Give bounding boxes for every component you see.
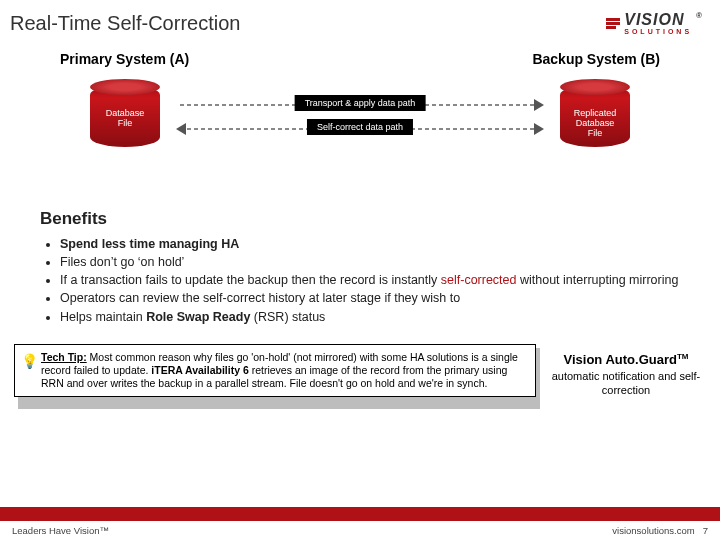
list-item: Spend less time managing HA bbox=[60, 235, 680, 253]
footer-redbar bbox=[0, 507, 720, 521]
primary-system-label: Primary System (A) bbox=[60, 51, 189, 67]
arrow-self-correct: Self-correct data path bbox=[180, 119, 540, 139]
list-item: Files don’t go ‘on hold’ bbox=[60, 253, 680, 271]
logo: VISION SOLUTIONS ® bbox=[606, 12, 702, 35]
database-cylinder-icon: Database File bbox=[90, 85, 160, 147]
list-item: Helps maintain Role Swap Ready (RSR) sta… bbox=[60, 308, 680, 326]
autoguard-line: automatic notification and self-correcti… bbox=[550, 369, 702, 398]
tip-body-bold: iTERA Availability 6 bbox=[151, 364, 248, 376]
list-item: Operators can review the self-correct hi… bbox=[60, 289, 680, 307]
tip-label: Tech Tip: bbox=[41, 351, 87, 363]
arrow-top-label: Transport & apply data path bbox=[295, 95, 426, 111]
lightbulb-icon: 💡 bbox=[21, 353, 38, 371]
list-item: If a transaction fails to update the bac… bbox=[60, 271, 680, 289]
arrow-transport: Transport & apply data path bbox=[180, 95, 540, 115]
benefits-list: Spend less time managing HA Files don’t … bbox=[60, 235, 680, 326]
benefits-heading: Benefits bbox=[40, 209, 720, 229]
page-title: Real-Time Self-Correction bbox=[10, 12, 240, 35]
tech-tip-box: 💡 Tech Tip: Most common reason why files… bbox=[14, 344, 536, 406]
footer-site: visionsolutions.com bbox=[612, 525, 694, 536]
arrow-right-icon bbox=[534, 123, 544, 135]
footer: Leaders Have Vision™ visionsolutions.com… bbox=[0, 507, 720, 540]
backup-system-label: Backup System (B) bbox=[532, 51, 660, 67]
autoguard-title: Vision Auto.Guard bbox=[564, 352, 677, 367]
logo-text-main: VISION bbox=[624, 12, 692, 28]
autoguard-box: Vision Auto.GuardTM automatic notificati… bbox=[546, 344, 706, 406]
diagram: Primary System (A) Backup System (B) Dat… bbox=[40, 51, 680, 191]
logo-text-sub: SOLUTIONS bbox=[624, 28, 692, 35]
tm-icon: TM bbox=[677, 352, 689, 361]
arrow-bottom-label: Self-correct data path bbox=[307, 119, 413, 135]
registered-icon: ® bbox=[696, 11, 702, 20]
page-number: 7 bbox=[703, 525, 708, 536]
arrow-right-icon bbox=[534, 99, 544, 111]
cylinder-a-label: Database File bbox=[90, 109, 160, 129]
footer-tagline: Leaders Have Vision™ bbox=[12, 525, 109, 536]
logo-mark-icon bbox=[606, 18, 620, 29]
arrow-left-icon bbox=[176, 123, 186, 135]
cylinder-b-label: Replicated Database File bbox=[560, 109, 630, 139]
replicated-cylinder-icon: Replicated Database File bbox=[560, 85, 630, 147]
